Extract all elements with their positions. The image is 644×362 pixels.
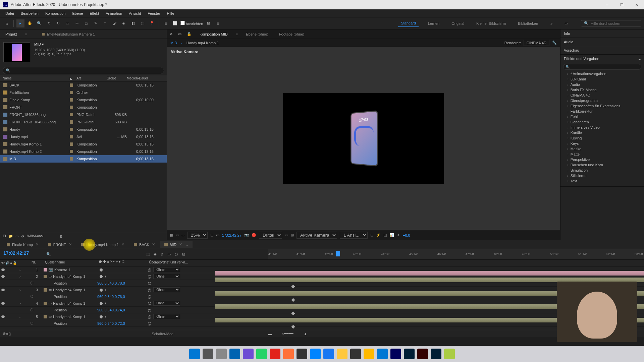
timeline-layer[interactable]: ›5▭Handy.mp4 Komp 1⯃/@Ohne	[0, 313, 644, 320]
effect-category[interactable]: Eigenschaften für Expressions	[560, 103, 644, 109]
taskbar-app-11[interactable]	[337, 349, 347, 359]
effect-category[interactable]: 3D-Kanal	[560, 76, 644, 82]
tl-tool2-icon[interactable]: ◈	[154, 252, 156, 256]
taskbar-app-1[interactable]	[203, 349, 213, 359]
effect-category[interactable]: Keying	[560, 135, 644, 141]
timeline-layer[interactable]: ›1📷Kamera 1⯃@Ohne	[0, 266, 644, 273]
project-tab[interactable]: Projekt	[3, 31, 19, 38]
tl-footer-icon1[interactable]: ⊕	[3, 331, 6, 336]
pickwhip-icon[interactable]: @	[148, 288, 151, 292]
grid-toggle-icon[interactable]: ⊞	[291, 233, 294, 237]
close-icon[interactable]: ✕	[179, 242, 182, 247]
speaker-col-icon[interactable]: 🔊	[5, 261, 9, 265]
type-tool[interactable]: T	[101, 19, 109, 27]
taskbar-app-5[interactable]	[256, 349, 267, 359]
pickwhip-icon[interactable]: @	[148, 301, 151, 305]
preview-panel[interactable]: Vorschau	[560, 46, 644, 54]
effect-category[interactable]: Matte	[560, 152, 644, 157]
pickwhip-icon[interactable]: @	[148, 321, 151, 325]
menu-komposition[interactable]: Komposition	[42, 10, 69, 17]
bit-depth[interactable]: 8-Bit-Kanal	[27, 234, 43, 238]
pickwhip-icon[interactable]: @	[148, 281, 151, 285]
taskbar-app-19[interactable]	[444, 349, 455, 359]
workspace-standard[interactable]: Standard	[398, 20, 419, 27]
timeline-tab[interactable]: BACK✕	[130, 241, 159, 248]
snapping-icon[interactable]: ⊡	[204, 19, 212, 27]
comp-name[interactable]: MID ▾	[34, 42, 85, 47]
col-name[interactable]: Name	[3, 76, 70, 80]
visibility-toggle[interactable]	[1, 302, 5, 305]
3d-icon[interactable]: ∞	[182, 233, 184, 237]
col-duration[interactable]: Medien-Dauer	[127, 76, 154, 80]
parent-select[interactable]: Ohne	[153, 314, 180, 319]
eraser-tool[interactable]: ◧	[129, 19, 137, 27]
visibility-toggle[interactable]	[1, 289, 5, 291]
visibility-toggle[interactable]	[1, 268, 5, 271]
preview-icon[interactable]: ▭	[216, 233, 219, 237]
current-timecode[interactable]: 17:02:42:27	[0, 249, 44, 259]
close-viewer-icon[interactable]: ✕	[170, 32, 173, 36]
pickwhip-icon[interactable]: @	[148, 295, 151, 299]
timeline-search-icon[interactable]: 🔍	[46, 252, 51, 256]
hand-tool[interactable]: ✋	[26, 19, 34, 27]
workspace-kleiner bildschirm[interactable]: Kleiner Bildschirm	[474, 20, 508, 27]
close-icon[interactable]: ✕	[69, 242, 72, 247]
effect-category[interactable]: CINEMA 4D	[560, 93, 644, 98]
quality-select[interactable]: Drittel	[259, 232, 282, 239]
folder-icon[interactable]: 📁	[9, 234, 13, 238]
project-item[interactable]: Handy.mp4AVI... MB0;00;13;16	[0, 133, 167, 140]
tl-tool4-icon[interactable]: ▭	[167, 252, 171, 256]
pickwhip-icon[interactable]: @	[148, 275, 151, 279]
effect-category[interactable]: Audio	[560, 82, 644, 87]
info-panel[interactable]: Info	[560, 29, 644, 38]
trash-icon[interactable]: 🗑	[59, 234, 63, 238]
effect-category[interactable]: Immersives Video	[560, 125, 644, 130]
taskbar-app-3[interactable]	[229, 349, 240, 359]
eye-col-icon[interactable]: 👁	[1, 261, 5, 265]
channel-icon[interactable]: 🔴	[252, 233, 256, 237]
camera-select[interactable]: Aktive Kamera	[297, 232, 337, 239]
solo-col-icon[interactable]: ●	[10, 261, 12, 265]
effect-category[interactable]: Farbkorrektur	[560, 109, 644, 114]
tl-tool1-icon[interactable]: ⬚	[146, 252, 150, 256]
zoom-out-icon[interactable]: ▬	[268, 332, 272, 336]
effect-category[interactable]: Text	[560, 178, 644, 184]
grid-icon[interactable]: ⊞	[162, 19, 170, 27]
pickwhip-icon[interactable]: @	[148, 315, 151, 319]
effect-category[interactable]: Fehlt	[560, 114, 644, 119]
taskbar-app-2[interactable]	[216, 349, 227, 359]
keyframe[interactable]	[291, 311, 295, 315]
camera-tool[interactable]: ▭	[63, 19, 71, 27]
close-button[interactable]: ✕	[632, 1, 641, 8]
switches-modes-toggle[interactable]: Schalter/Modi	[152, 332, 174, 336]
taskbar-app-15[interactable]	[390, 349, 401, 359]
taskbar-app-18[interactable]	[431, 349, 441, 359]
effect-category[interactable]: Maske	[560, 146, 644, 152]
project-item[interactable]: BACKKomposition0;00;13;16	[0, 81, 167, 89]
effects-panel-header[interactable]: Effekte und Vorgaben≡	[560, 55, 644, 63]
tl-tool3-icon[interactable]: ⊕	[160, 252, 163, 256]
footage-viewer-tab[interactable]: Footage (ohne)	[276, 31, 307, 38]
taskbar-app-7[interactable]	[283, 349, 294, 359]
effect-category[interactable]: * Animationsvorgaben	[560, 71, 644, 76]
mask-icon[interactable]: ▭	[176, 233, 179, 237]
effect-category[interactable]: Kanäle	[560, 130, 644, 135]
project-item[interactable]: FarbflächenOrdner	[0, 89, 167, 96]
effect-category[interactable]: Simulation	[560, 168, 644, 173]
timeline-tab[interactable]: Finale Komp✕	[3, 241, 43, 248]
project-item[interactable]: FRONTKomposition	[0, 104, 167, 111]
lock-col-icon[interactable]: 🔒	[13, 261, 17, 265]
pixel-icon[interactable]: ⊡	[370, 233, 373, 237]
project-item[interactable]: Handy.mp4 Komp 1Komposition0;00;13;16	[0, 140, 167, 148]
views-select[interactable]: 1 Ansi...	[340, 232, 368, 239]
menu-bearbeiten[interactable]: Bearbeiten	[17, 10, 42, 17]
maximize-button[interactable]: ☐	[617, 1, 627, 8]
keyframe[interactable]	[291, 285, 295, 288]
comp-icon[interactable]: ▭	[15, 234, 18, 238]
brush-tool[interactable]: 🖌	[110, 19, 118, 27]
menu-ebene[interactable]: Ebene	[69, 10, 86, 17]
settings-icon[interactable]: ⚙	[21, 234, 24, 238]
taskbar-app-6[interactable]	[270, 349, 280, 359]
minimize-button[interactable]: ─	[602, 1, 612, 8]
lock-icon[interactable]: 🔒	[187, 32, 192, 36]
